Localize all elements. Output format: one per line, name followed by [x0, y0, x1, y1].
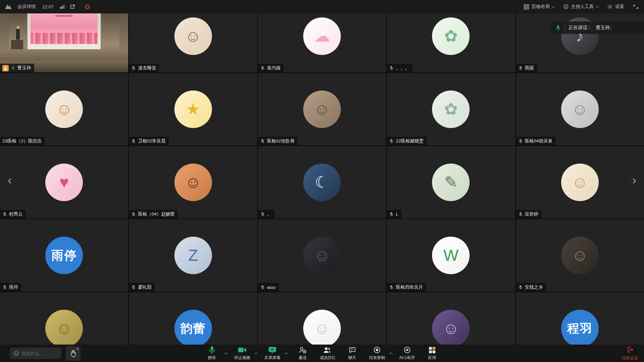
- members-label: 成员(52): [320, 355, 335, 361]
- participant-avatar: ☺: [561, 237, 599, 274]
- meeting-details-link[interactable]: 会议详情: [17, 4, 36, 10]
- participant-tile[interactable]: ☺应舒婷: [516, 146, 644, 219]
- fullscreen-icon[interactable]: [633, 4, 639, 10]
- participant-tile[interactable]: ☺安我之乡: [516, 219, 644, 292]
- participant-name: 滚去睡觉: [138, 65, 156, 71]
- participant-name-label: 廖礼阳: [129, 283, 155, 292]
- record-button[interactable]: 结束录制: [366, 346, 388, 361]
- previous-page-arrow[interactable]: [5, 175, 15, 187]
- participant-avatar: ☺: [303, 310, 341, 347]
- speaking-label: 正在讲话：: [569, 25, 592, 31]
- chat-icon: [348, 346, 356, 354]
- host-tools-button[interactable]: 主持人工具: [563, 4, 599, 10]
- participant-avatar: 雨停: [45, 237, 83, 274]
- video-label: 停止视频: [234, 355, 250, 361]
- participant-tile[interactable]: ★卫检02朱良晨: [129, 73, 257, 145]
- banner-divider: [565, 25, 565, 31]
- mute-more-caret[interactable]: [223, 351, 228, 355]
- participant-tile[interactable]: ✿22医检戴晓雯: [387, 73, 515, 145]
- topbar-divider: [80, 4, 80, 9]
- ai-button[interactable]: AI小助手: [396, 346, 418, 361]
- participant-avatar: ☺: [45, 90, 83, 128]
- participant-tile[interactable]: Z廖礼阳: [129, 219, 257, 292]
- participant-name: 医检四班吴月: [396, 284, 423, 290]
- participant-tile[interactable]: ☺23医检（2）陈浩浩: [0, 73, 128, 145]
- participant-avatar: ☺: [303, 90, 341, 128]
- end-meeting-button[interactable]: 结束会议: [622, 346, 638, 361]
- center-toolbar: 静音停止视频共享屏幕邀请成员(52)聊天结束录制AI小助手应用: [201, 345, 443, 362]
- share-icon: [268, 346, 276, 354]
- mute-button[interactable]: 静音: [201, 346, 223, 361]
- participant-avatar: ✿: [432, 90, 470, 128]
- participant-name: 医检（04）赵婉莹: [138, 211, 175, 217]
- participant-name: 。: [267, 211, 272, 217]
- participant-name-label: 卫检02朱良晨: [129, 137, 169, 145]
- muted-mic-icon: [389, 285, 394, 290]
- share-button[interactable]: 共享屏幕: [262, 346, 283, 361]
- participant-tile[interactable]: ☺wixz: [258, 219, 386, 292]
- end-meeting-label: 结束会议: [622, 355, 638, 361]
- participant-name: 程秀云: [9, 211, 23, 217]
- share-more-caret[interactable]: [284, 351, 288, 355]
- network-signal-icon[interactable]: [60, 4, 65, 9]
- smiley-icon[interactable]: [13, 351, 19, 356]
- muted-mic-icon: [131, 139, 136, 143]
- participant-name-label: L: [387, 210, 401, 219]
- participant-name: 应舒婷: [525, 211, 539, 217]
- members-button[interactable]: 成员(52): [317, 346, 338, 361]
- participant-tile[interactable]: 雨停雨停: [0, 219, 128, 292]
- participant-tile[interactable]: ☺医检02张歆苒: [258, 73, 386, 145]
- chat-button[interactable]: 聊天: [341, 346, 363, 361]
- participant-avatar: ★: [174, 90, 212, 128]
- muted-mic-icon: [518, 212, 523, 217]
- settings-button[interactable]: 设置: [607, 4, 624, 10]
- participant-tile[interactable]: ☾。: [258, 146, 386, 219]
- participant-avatar: 韵蕾: [174, 310, 212, 347]
- grid-layout-button[interactable]: 宫格布局: [524, 4, 554, 10]
- muted-mic-icon: [518, 66, 523, 70]
- invite-button[interactable]: 邀请: [292, 346, 313, 361]
- mute-label: 静音: [208, 355, 216, 361]
- hand-sparkle-dot: [77, 348, 78, 350]
- participant-name: 雨停: [9, 284, 18, 290]
- participant-avatar: ☺: [174, 164, 212, 201]
- raise-hand-button[interactable]: [66, 346, 80, 361]
- apps-icon: [429, 346, 436, 354]
- participant-avatar: ☺: [561, 164, 599, 201]
- apps-label: 应用: [428, 355, 436, 361]
- participant-grid: 曹玉祥☺滚去睡觉☁蒸汽猫✿。。。♪雨困☺23医检（2）陈浩浩★卫检02朱良晨☺医…: [0, 0, 644, 362]
- muted-mic-icon: [2, 212, 7, 217]
- participant-avatar: ✎: [432, 164, 470, 201]
- participant-tile[interactable]: ☺医检04胡灵泉: [516, 73, 644, 145]
- video-button[interactable]: 停止视频: [231, 346, 253, 361]
- invite-icon: [299, 346, 307, 354]
- participant-tile[interactable]: ♥程秀云: [0, 146, 128, 219]
- participant-tile[interactable]: W医检四班吴月: [387, 219, 515, 292]
- bottom-toolbar: 静音停止视频共享屏幕邀请成员(52)聊天结束录制AI小助手应用 结束会议: [0, 345, 644, 362]
- quick-chat-field[interactable]: [21, 351, 55, 356]
- now-speaking-banner: 正在讲话： 曹玉祥;: [551, 21, 644, 34]
- muted-mic-icon: [2, 285, 7, 290]
- gear-icon: [607, 4, 613, 10]
- muted-mic-icon: [131, 66, 136, 70]
- participant-name: 安我之乡: [525, 284, 543, 290]
- muted-mic-icon: [260, 66, 265, 70]
- participant-tile[interactable]: ☺医检（04）赵婉莹: [129, 146, 257, 219]
- participant-name-label: 曹玉祥: [0, 64, 34, 72]
- open-in-new-icon[interactable]: [70, 4, 75, 9]
- shield-icon: [563, 4, 569, 10]
- members-icon: [323, 346, 332, 354]
- apps-button[interactable]: 应用: [421, 346, 443, 361]
- participant-name: 22医检戴晓雯: [396, 138, 424, 144]
- participant-avatar: ✿: [432, 17, 470, 55]
- participant-avatar: ☁: [303, 17, 341, 55]
- record-more-caret[interactable]: [388, 351, 393, 355]
- muted-mic-icon: [131, 212, 136, 217]
- quick-chat-input[interactable]: [10, 348, 61, 359]
- next-page-arrow[interactable]: [629, 175, 639, 187]
- participant-avatar: ☺: [561, 90, 599, 128]
- participant-name: 雨困: [525, 65, 534, 71]
- video-more-caret[interactable]: [254, 351, 258, 355]
- participant-tile[interactable]: ✎L: [387, 146, 515, 219]
- participant-name-label: 医检四班吴月: [387, 283, 426, 292]
